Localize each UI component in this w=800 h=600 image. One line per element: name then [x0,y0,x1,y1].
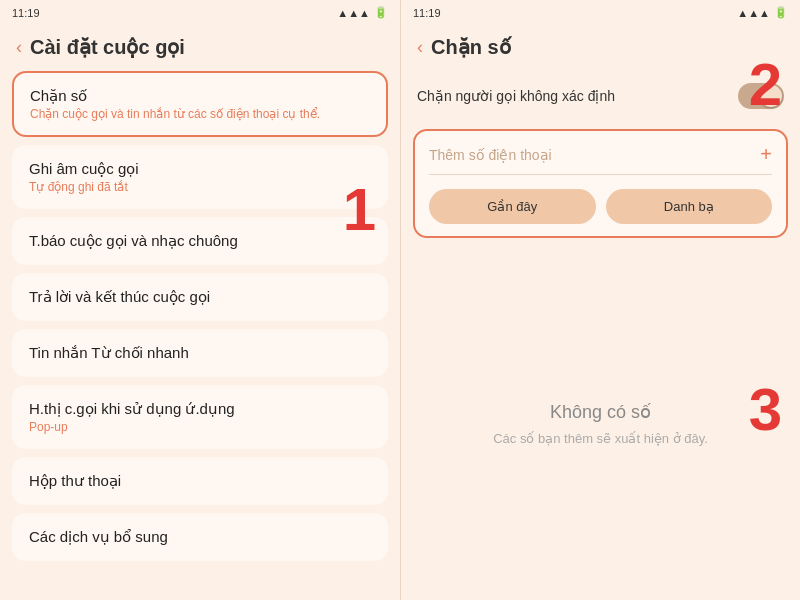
phone-input-placeholder: Thêm số điện thoại [429,147,552,163]
menu-item-ghi-am-title: Ghi âm cuộc gọi [29,160,371,178]
block-unknown-label: Chặn người gọi không xác định [417,88,738,104]
empty-description: Các số bạn thêm sẽ xuất hiện ở đây. [493,431,708,446]
menu-item-hienthi-subtitle: Pop-up [29,420,371,434]
left-header: ‹ Cài đặt cuộc gọi [0,25,400,71]
right-signal-icon: ▲▲▲ [737,7,770,19]
contacts-button[interactable]: Danh bạ [606,189,773,224]
block-unknown-row: Chặn người gọi không xác định [401,71,800,121]
menu-item-dichvu-title: Các dịch vụ bổ sung [29,528,371,546]
menu-item-tbao[interactable]: T.báo cuộc gọi và nhạc chuông [12,217,388,265]
signal-icon: ▲▲▲ [337,7,370,19]
left-back-button[interactable]: ‹ [16,37,22,58]
quick-add-buttons: Gần đây Danh bạ [429,185,772,224]
menu-item-hienthi[interactable]: H.thị c.gọi khi sử dụng ứ.dụng Pop-up [12,385,388,449]
menu-item-ghi-am[interactable]: Ghi âm cuộc gọi Tự động ghi đã tắt [12,145,388,209]
menu-item-tbao-title: T.báo cuộc gọi và nhạc chuông [29,232,371,250]
menu-item-chan-so-title: Chặn số [30,87,370,105]
step-badge-2: 2 [749,55,782,115]
right-back-button[interactable]: ‹ [417,37,423,58]
phone-input-box: Thêm số điện thoại + Gần đây Danh bạ [413,129,788,238]
left-status-bar: 11:19 ▲▲▲ 🔋 [0,0,400,25]
recent-button[interactable]: Gần đây [429,189,596,224]
phone-input-row: Thêm số điện thoại + [429,143,772,175]
menu-item-traloi[interactable]: Trả lời và kết thúc cuộc gọi [12,273,388,321]
left-menu-list: Chặn số Chặn cuộc gọi và tin nhắn từ các… [0,71,400,600]
empty-title: Không có số [550,401,651,423]
left-page-title: Cài đặt cuộc gọi [30,35,185,59]
menu-item-tinnhan-title: Tin nhắn Từ chối nhanh [29,344,371,362]
menu-item-ghi-am-subtitle: Tự động ghi đã tắt [29,180,371,194]
menu-item-hopthu[interactable]: Hộp thư thoại [12,457,388,505]
empty-state: Không có số Các số bạn thêm sẽ xuất hiện… [401,246,800,600]
menu-item-dichvu[interactable]: Các dịch vụ bổ sung [12,513,388,561]
right-status-bar: 11:19 ▲▲▲ 🔋 [401,0,800,25]
right-header: ‹ Chặn số [401,25,800,71]
add-phone-button[interactable]: + [760,143,772,166]
menu-item-chan-so-subtitle: Chặn cuộc gọi và tin nhắn từ các số điện… [30,107,370,121]
step-badge-1: 1 [343,180,376,240]
right-time: 11:19 [413,7,441,19]
menu-item-chan-so[interactable]: Chặn số Chặn cuộc gọi và tin nhắn từ các… [12,71,388,137]
left-panel: 11:19 ▲▲▲ 🔋 ‹ Cài đặt cuộc gọi Chặn số C… [0,0,400,600]
menu-item-traloi-title: Trả lời và kết thúc cuộc gọi [29,288,371,306]
right-page-title: Chặn số [431,35,511,59]
left-status-icons: ▲▲▲ 🔋 [337,6,388,19]
menu-item-hopthu-title: Hộp thư thoại [29,472,371,490]
right-status-icons: ▲▲▲ 🔋 [737,6,788,19]
menu-item-tinnhan[interactable]: Tin nhắn Từ chối nhanh [12,329,388,377]
step-badge-3: 3 [749,380,782,440]
menu-item-hienthi-title: H.thị c.gọi khi sử dụng ứ.dụng [29,400,371,418]
battery-icon: 🔋 [374,6,388,19]
right-battery-icon: 🔋 [774,6,788,19]
left-time: 11:19 [12,7,40,19]
right-panel: 11:19 ▲▲▲ 🔋 ‹ Chặn số 2 Chặn người gọi k… [400,0,800,600]
